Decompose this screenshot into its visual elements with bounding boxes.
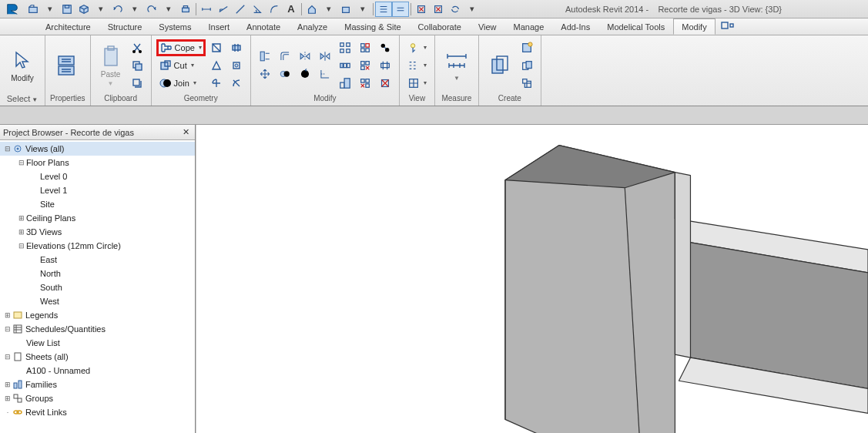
qat-cube-icon[interactable] bbox=[75, 2, 92, 17]
tree-node[interactable]: ⊟Schedules/Quantities bbox=[0, 322, 195, 336]
qat-text-icon[interactable]: A bbox=[283, 2, 300, 17]
tree-node[interactable]: ⊟Sheets (all) bbox=[0, 350, 195, 364]
trim-icon[interactable] bbox=[316, 65, 334, 82]
mod-tool-b-icon[interactable] bbox=[376, 57, 394, 74]
mirror-pick-icon[interactable] bbox=[296, 48, 314, 65]
tree-node[interactable]: ·South bbox=[0, 280, 195, 294]
qat-redo-icon[interactable] bbox=[143, 2, 160, 17]
tree-node[interactable]: ·Level 0 bbox=[0, 170, 195, 183]
pin-icon[interactable] bbox=[356, 39, 374, 56]
geom-tool-4-icon[interactable] bbox=[227, 39, 246, 56]
move-icon[interactable] bbox=[256, 65, 274, 82]
qat-dropdown-icon[interactable]: ▾ bbox=[42, 2, 59, 17]
tree-node[interactable]: ⊞Ceiling Plans bbox=[0, 211, 195, 225]
cut-geom-button[interactable]: Cut▾ bbox=[156, 57, 206, 74]
mod-tool-c-icon[interactable] bbox=[376, 75, 394, 92]
qat-save-icon[interactable] bbox=[59, 2, 75, 17]
expand-icon[interactable]: ⊞ bbox=[17, 211, 26, 225]
properties-button[interactable] bbox=[50, 39, 82, 92]
cut-small-button[interactable] bbox=[128, 39, 146, 56]
tab-systems[interactable]: Systems bbox=[150, 18, 199, 35]
delete-icon[interactable] bbox=[356, 75, 374, 92]
tab-view[interactable]: View bbox=[470, 18, 505, 35]
qat-align-icon[interactable] bbox=[375, 2, 392, 17]
panel-select-title[interactable]: Select▼ bbox=[5, 93, 40, 106]
tab-addins[interactable]: Add-Ins bbox=[552, 18, 598, 35]
rotate-icon[interactable] bbox=[296, 65, 314, 82]
viewport-3d[interactable] bbox=[196, 125, 868, 433]
qat-undo-icon[interactable] bbox=[109, 2, 126, 17]
qat-dropdown-3-icon[interactable]: ▾ bbox=[126, 2, 143, 17]
tab-manage[interactable]: Manage bbox=[505, 18, 553, 35]
tree-node[interactable]: ·West bbox=[0, 294, 195, 308]
tab-extra-icon[interactable] bbox=[716, 18, 742, 35]
tree-node[interactable]: ⊟Floor Plans bbox=[0, 156, 195, 170]
paste-button[interactable]: Paste ▼ bbox=[96, 39, 126, 92]
tab-collaborate[interactable]: Collaborate bbox=[410, 18, 470, 35]
unpin-icon[interactable] bbox=[356, 57, 374, 74]
expand-icon[interactable]: ⊞ bbox=[3, 378, 12, 391]
tab-modify[interactable]: Modify bbox=[673, 18, 715, 35]
tree-node[interactable]: ⊞Legends bbox=[0, 308, 195, 322]
tab-analyze[interactable]: Analyze bbox=[289, 18, 336, 35]
tree-node[interactable]: ⊞Families bbox=[0, 378, 195, 391]
qat-dropdown-2-icon[interactable]: ▾ bbox=[92, 2, 109, 17]
measure-button[interactable]: ▼ bbox=[440, 39, 474, 92]
tree-node[interactable]: ⊞3D Views bbox=[0, 225, 195, 239]
tree-node[interactable]: ⊞Groups bbox=[0, 391, 195, 405]
tree-node[interactable]: ⊟Elevations (12mm Circle) bbox=[0, 239, 195, 253]
collapse-icon[interactable]: ⊟ bbox=[3, 322, 12, 336]
create-button[interactable] bbox=[484, 39, 516, 92]
qat-rx-icon[interactable] bbox=[413, 2, 430, 17]
array-icon[interactable] bbox=[336, 57, 354, 74]
view-tool-1-icon[interactable]: ▾ bbox=[404, 39, 430, 56]
qat-close-icon[interactable] bbox=[430, 2, 447, 17]
split-icon[interactable] bbox=[336, 39, 354, 56]
join-button[interactable]: Join▾ bbox=[156, 75, 206, 92]
modify-button[interactable]: Modify bbox=[5, 39, 40, 92]
expand-icon[interactable]: ⊞ bbox=[3, 391, 12, 405]
qat-print-icon[interactable] bbox=[177, 2, 194, 17]
qat-dropdown-5-icon[interactable]: ▾ bbox=[320, 2, 337, 17]
qat-house-icon[interactable] bbox=[303, 2, 320, 17]
collapse-icon[interactable]: ⊟ bbox=[3, 142, 12, 156]
copy-icon[interactable] bbox=[276, 65, 294, 82]
qat-line-icon[interactable] bbox=[232, 2, 249, 17]
match-small-button[interactable] bbox=[128, 75, 146, 92]
tree-node[interactable]: ·A100 - Unnamed bbox=[0, 364, 195, 378]
copy-small-button[interactable] bbox=[128, 57, 146, 74]
geom-tool-3-icon[interactable] bbox=[207, 75, 226, 92]
create-tool-1-icon[interactable] bbox=[518, 39, 536, 56]
collapse-icon[interactable]: ⊟ bbox=[17, 239, 26, 253]
tree-node[interactable]: ⊟Views (all) bbox=[0, 142, 195, 156]
expand-icon[interactable]: ⊞ bbox=[3, 308, 12, 322]
qat-arc-icon[interactable] bbox=[266, 2, 283, 17]
tab-structure[interactable]: Structure bbox=[99, 18, 151, 35]
view-tool-2-icon[interactable]: ▾ bbox=[404, 57, 430, 74]
tab-insert[interactable]: Insert bbox=[200, 18, 239, 35]
revit-logo-icon[interactable] bbox=[2, 2, 23, 17]
mod-tool-a-icon[interactable] bbox=[376, 39, 394, 56]
tree-node[interactable]: ·Site bbox=[0, 197, 195, 211]
qat-eq-icon[interactable] bbox=[392, 2, 409, 17]
qat-sync-icon[interactable] bbox=[447, 2, 464, 17]
geom-tool-6-icon[interactable] bbox=[227, 75, 246, 92]
geom-tool-5-icon[interactable] bbox=[227, 57, 246, 74]
qat-box-icon[interactable] bbox=[337, 2, 354, 17]
align-icon[interactable] bbox=[256, 48, 274, 65]
tab-massing-site[interactable]: Massing & Site bbox=[336, 18, 409, 35]
tab-architecture[interactable]: Architecture bbox=[37, 18, 99, 35]
tree-node[interactable]: ·East bbox=[0, 253, 195, 267]
tree-node[interactable]: ·Level 1 bbox=[0, 183, 195, 197]
tab-annotate[interactable]: Annotate bbox=[238, 18, 289, 35]
scale-icon[interactable] bbox=[336, 75, 354, 92]
tab-modelical[interactable]: Modelical Tools bbox=[598, 18, 673, 35]
qat-dropdown-7-icon[interactable]: ▾ bbox=[464, 2, 481, 17]
expand-icon[interactable]: ⊞ bbox=[17, 225, 26, 239]
tree-node[interactable]: ·View List bbox=[0, 336, 195, 350]
create-tool-2-icon[interactable] bbox=[518, 57, 536, 74]
qat-dim-icon[interactable] bbox=[215, 2, 232, 17]
qat-angle-icon[interactable] bbox=[249, 2, 266, 17]
mirror-draw-icon[interactable] bbox=[316, 48, 334, 65]
geom-tool-1-icon[interactable] bbox=[207, 39, 226, 56]
